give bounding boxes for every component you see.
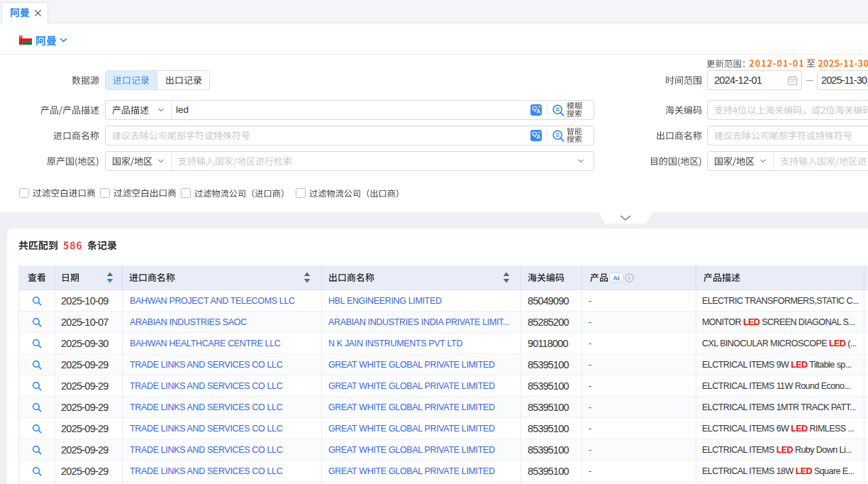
svg-text:AI: AI (613, 274, 620, 282)
